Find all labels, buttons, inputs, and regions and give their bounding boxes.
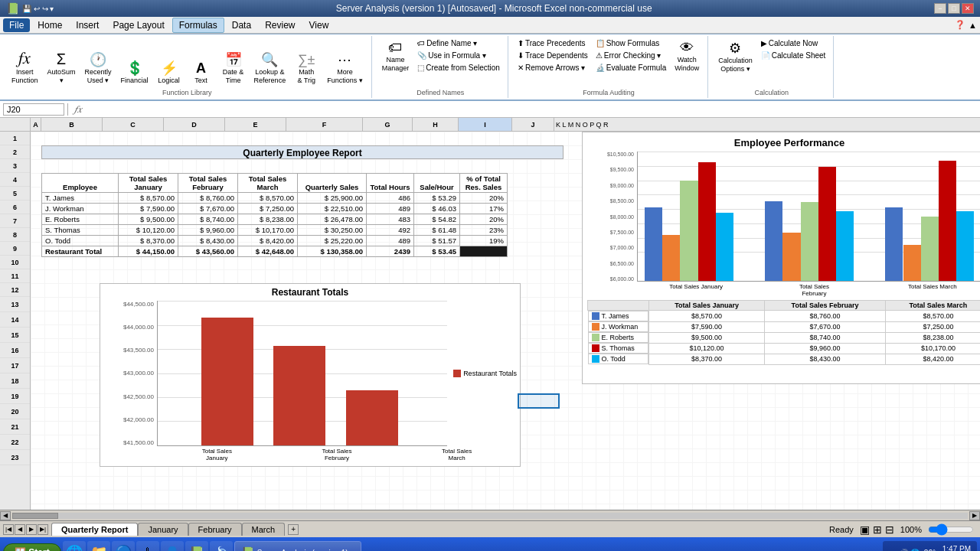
totals-jan: $ 44,150.00 [119, 246, 178, 257]
evaluate-formula-btn[interactable]: 🔬 Evaluate Formula [593, 62, 669, 73]
tab-quarterly-report[interactable]: Quarterly Report [51, 523, 138, 536]
taskbar-active-app[interactable]: 📗 Server Analysis (version 1)... [234, 541, 361, 551]
taskbar-temp-icon[interactable]: 🌡 [136, 541, 159, 551]
y-label-1: $44,500.00 [103, 301, 154, 308]
perf-roberts-name: E. Roberts [588, 332, 649, 343]
remove-arrows-btn[interactable]: ✕ Remove Arrows ▾ [514, 62, 591, 73]
scroll-left-btn[interactable]: ◀ [0, 511, 11, 520]
emp-workman-salehour: $ 46.03 [414, 204, 460, 214]
show-formulas-btn[interactable]: 📋 Show Formulas [593, 37, 669, 49]
calculation-options-icon: ⚙ [729, 40, 741, 57]
emp-todd-hours: 489 [367, 236, 414, 246]
insert-function-btn[interactable]: 𝑓𝑥 InsertFunction [8, 46, 42, 87]
start-button[interactable]: 🪟 Start [3, 543, 61, 551]
taskbar-ie-icon[interactable]: 🌐 [63, 541, 86, 551]
taskbar-excel-icon[interactable]: 📗 [185, 541, 208, 551]
perf-chart-y-axis: $10,500.00 $9,500.00 $9,000.00 $8,500.00… [587, 152, 637, 282]
taskbar-chrome-icon[interactable]: 🔵 [112, 541, 135, 551]
error-checking-btn[interactable]: ⚠ Error Checking ▾ [593, 50, 669, 61]
menu-file[interactable]: File [3, 18, 30, 32]
lookup-btn[interactable]: 🔍 Lookup &Reference [250, 49, 290, 87]
text-btn[interactable]: A Text [186, 58, 217, 87]
taskbar-explorer-icon[interactable]: 📁 [87, 541, 110, 551]
row-header-8: 8 [0, 228, 30, 242]
table-row: O. Todd $ 8,370.00 $ 8,430.00 $ 8,420.00… [42, 236, 508, 246]
datetime-btn[interactable]: 📅 Date &Time [218, 49, 249, 87]
ribbon-group-formula-auditing: ⬆ Trace Precedents ⬇ Trace Dependents ✕ … [510, 36, 708, 98]
quick-access: 💾 ↩ ↪ ▾ [22, 5, 54, 13]
perf-table-header: Total Sales January Total Sales February… [588, 301, 981, 311]
ribbon-group-function-library: 𝑓𝑥 InsertFunction Σ AutoSumAutoSum Used▾… [3, 36, 372, 98]
tab-nav-last[interactable]: ▶| [38, 524, 48, 535]
tab-nav-prev[interactable]: ◀ [15, 524, 25, 535]
menu-view[interactable]: View [303, 18, 335, 32]
financial-btn[interactable]: 💲 Financial [117, 57, 152, 87]
trace-dependents-btn[interactable]: ⬇ Trace Dependents [514, 50, 591, 61]
y-label-2: $44,000.00 [103, 324, 154, 331]
calculate-now-icon: ▶ [761, 39, 767, 47]
logical-label: Logical [158, 77, 180, 85]
scroll-right-btn[interactable]: ▶ [969, 511, 980, 520]
calculation-options-btn[interactable]: ⚙ CalculationOptions ▾ [714, 37, 756, 76]
trace-precedents-btn[interactable]: ⬆ Trace Precedents [514, 37, 591, 49]
menu-review[interactable]: Review [259, 18, 301, 32]
calculate-sheet-btn[interactable]: 📄 Calculate Sheet [758, 50, 829, 61]
datetime-icon: 📅 [225, 51, 242, 68]
maximize-btn[interactable]: □ [948, 3, 960, 14]
insert-sheet-btn[interactable]: + [288, 524, 299, 535]
tab-february[interactable]: February [188, 523, 242, 536]
zoom-level: 100% [900, 525, 922, 534]
min-ribbon-icon[interactable]: ▲ [969, 21, 977, 30]
selected-cell-j20[interactable] [518, 393, 560, 409]
row-header-4: 4 [0, 173, 30, 187]
perf-gl-2 [638, 166, 980, 167]
recently-used-btn[interactable]: 🕐 RecentlyUsed ▾ [81, 49, 116, 87]
legend-item: Restaurant Totals [453, 370, 517, 377]
help-icon[interactable]: ❓ [955, 20, 965, 30]
name-box[interactable] [3, 103, 64, 116]
window-title: Server Analysis (version 1) [Autosaved] … [54, 3, 934, 14]
use-in-formula-btn[interactable]: 📎 Use in Formula ▾ [414, 50, 503, 61]
name-manager-btn[interactable]: 🏷 NameManager [378, 37, 413, 75]
close-btn[interactable]: ✕ [962, 3, 974, 14]
taskbar-leaf-icon[interactable]: 🍃 [210, 541, 233, 551]
minimize-btn[interactable]: − [934, 3, 946, 14]
define-name-btn[interactable]: 🏷 Define Name ▾ [414, 37, 503, 49]
autosum-btn[interactable]: Σ AutoSumAutoSum Used▾ [44, 48, 80, 87]
menu-home[interactable]: Home [31, 18, 68, 32]
menu-formulas[interactable]: Formulas [172, 18, 224, 33]
calculate-now-btn[interactable]: ▶ Calculate Now [758, 37, 829, 49]
tab-march[interactable]: March [242, 523, 286, 536]
bar-chart-x-axis: Total SalesJanuary Total SalesFebruary T… [103, 448, 517, 461]
page-layout-btn[interactable]: ⊞ [873, 523, 882, 536]
table-row: T. James $ 8,570.00 $ 8,760.00 $ 8,570.0… [42, 193, 508, 204]
tab-nav-next[interactable]: ▶ [26, 524, 37, 535]
normal-view-btn[interactable]: ▣ [860, 523, 870, 536]
grid-content[interactable]: Quarterly Employee Report Employee Total… [31, 132, 980, 510]
menu-insert[interactable]: Insert [70, 18, 105, 32]
hscroll-track[interactable] [12, 513, 968, 519]
row-header-23: 23 [0, 450, 30, 465]
menu-data[interactable]: Data [226, 18, 257, 32]
watch-window-btn[interactable]: 👁 WatchWindow [671, 37, 703, 75]
hscroll-thumb[interactable] [12, 513, 58, 519]
mathtrig-btn[interactable]: ∑± Math& Trig [291, 50, 322, 87]
hscrollbar[interactable]: ◀ ▶ [0, 510, 980, 520]
tab-january[interactable]: January [138, 523, 188, 536]
emp-todd-jan: $ 8,370.00 [119, 236, 178, 246]
y-label-3: $43,500.00 [103, 347, 154, 354]
morefunctions-btn[interactable]: ⋯ MoreFunctions ▾ [323, 49, 367, 87]
create-from-selection-btn[interactable]: ⬚ Create from Selection [414, 62, 503, 73]
perf-row-workman: J. Workman $7,590.00 $7,670.00 $7,250.00 [588, 321, 981, 332]
formula-input[interactable] [88, 105, 977, 114]
formula-auditing-buttons: ⬆ Trace Precedents ⬇ Trace Dependents ✕ … [514, 37, 703, 87]
taskbar-people-icon[interactable]: 👤 [161, 541, 184, 551]
page-break-btn[interactable]: ⊟ [885, 523, 894, 536]
y-label-6: $42,000.00 [103, 416, 154, 423]
zoom-slider[interactable] [928, 525, 974, 534]
menu-bar: File Home Insert Page Layout Formulas Da… [0, 17, 980, 34]
logical-btn[interactable]: ⚡ Logical [154, 57, 185, 87]
menu-pagelayout[interactable]: Page Layout [106, 18, 170, 32]
row-header-14: 14 [0, 312, 30, 328]
tab-nav-first[interactable]: |◀ [3, 524, 14, 535]
